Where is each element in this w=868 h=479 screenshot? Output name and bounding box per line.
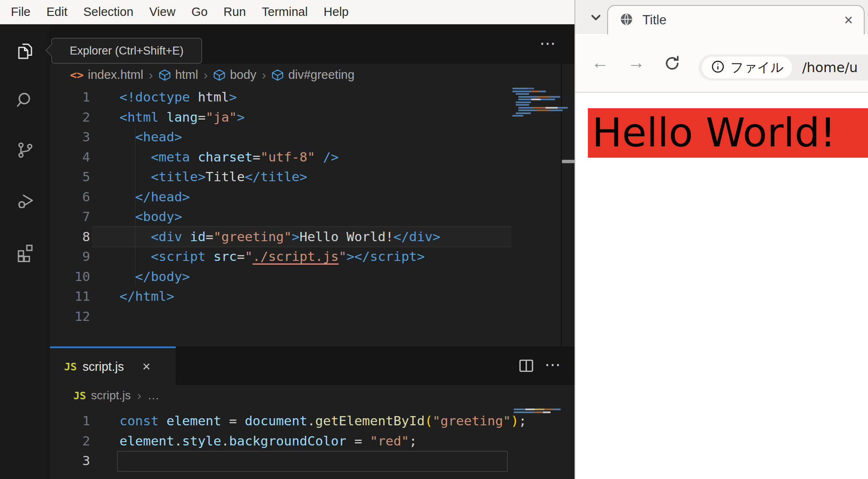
line-number: 9 [50,247,90,267]
close-icon[interactable]: × [844,13,853,28]
code-line: 6 </head> [50,187,574,207]
code-line: 2<html lang="ja"> [50,107,574,128]
code-line: 3 [50,451,574,471]
activity-bar [0,24,50,479]
line-number: 12 [50,307,90,327]
line-number: 7 [50,207,90,227]
code-line: 2element.style.backgroundColor = "red"; [50,431,574,451]
address-bar[interactable]: ファイル /home/u [699,55,868,81]
code-line: 5 <title>Title</title> [50,167,574,187]
back-icon[interactable]: ← [591,54,609,71]
menu-edit[interactable]: Edit [47,5,68,19]
browser-tab[interactable]: Title × [607,5,865,34]
html-file-icon: <> [70,68,84,81]
menu-terminal[interactable]: Terminal [262,5,308,19]
browser-tab-title: Title [642,13,666,28]
breadcrumb-div-greeting[interactable]: div#greeting [288,68,354,82]
url-text: /home/u [802,60,858,75]
source-control-icon[interactable] [15,140,35,160]
line-number: 4 [50,147,90,167]
breadcrumb-file[interactable]: index.html [88,68,143,82]
browser-tabstrip: Title × [575,0,868,34]
symbol-cube-icon [213,69,226,81]
line-number: 2 [50,431,90,451]
breadcrumb-body[interactable]: body [230,68,256,82]
site-info-chip[interactable]: ファイル [702,57,792,78]
chevron-right-icon: › [262,68,266,82]
close-icon[interactable]: × [142,359,150,375]
browser-window: Title × ← → ファイル [574,0,868,479]
breadcrumb: <> index.html › html › body › div#greeti… [50,64,574,86]
line-number: 8 [50,227,90,247]
line-number: 5 [50,167,90,187]
line-number: 1 [50,411,90,431]
code-editor-html[interactable]: 1<!doctype html>2<html lang="ja">3 <head… [50,86,574,348]
code-line: 1const element = document.getElementById… [50,411,574,431]
breadcrumb-more[interactable]: … [148,389,159,402]
explorer-tooltip: Explorer (Ctrl+Shift+E) [51,38,202,64]
chevron-down-icon[interactable] [587,8,605,26]
split-editor-icon[interactable] [517,357,535,375]
explorer-icon[interactable] [15,41,35,61]
code-line: 3 <head> [50,127,574,147]
menu-view[interactable]: View [149,5,175,19]
menu-bar: File Edit Selection View Go Run Terminal… [0,0,574,24]
minimap[interactable] [514,409,562,414]
editor-more-actions-icon[interactable]: ⋯ [545,357,563,372]
menu-selection[interactable]: Selection [83,5,133,19]
forward-icon[interactable]: → [627,54,645,71]
symbol-cube-icon [159,69,171,81]
tab-label: script.js [83,360,124,374]
info-icon [710,59,725,76]
chevron-right-icon: › [203,68,208,82]
code-line: 7 <body> [50,207,574,227]
menu-run[interactable]: Run [223,5,246,19]
editor-more-actions-icon[interactable]: ⋯ [540,35,558,51]
reload-icon[interactable] [663,55,681,72]
browser-toolbar: ← → ファイル /home/u [575,34,868,93]
breadcrumb-html[interactable]: html [175,68,198,82]
breadcrumb: JS script.js › … [50,385,574,406]
site-info-label: ファイル [730,59,784,76]
js-file-icon: JS [73,390,86,402]
code-line: 10 </body> [50,267,574,287]
code-line: 8 <div id="greeting">Hello World!</div> [50,227,574,247]
code-line: 12 [50,307,574,327]
tooltip-text: Explorer (Ctrl+Shift+E) [70,44,184,57]
symbol-cube-icon [271,69,284,81]
menu-go[interactable]: Go [191,5,208,19]
search-icon[interactable] [15,91,35,111]
minimap[interactable] [512,88,563,118]
breadcrumb-file[interactable]: script.js [91,389,131,402]
browser-page-content: Hello World! [575,93,868,479]
line-number: 6 [50,187,90,207]
chevron-right-icon: › [149,68,153,82]
menu-help[interactable]: Help [324,5,349,19]
globe-favicon-icon [619,12,634,29]
extensions-icon[interactable] [15,242,35,262]
js-file-icon: JS [64,361,77,373]
screenshot-root: File Edit Selection View Go Run Terminal… [0,0,868,479]
code-line: 1<!doctype html> [50,87,574,107]
editor-tabstrip-js: JS script.js × ⋯ [50,346,574,385]
greeting-div: Hello World! [588,108,868,158]
menu-file[interactable]: File [11,5,31,19]
tab-scriptjs[interactable]: JS script.js × [50,346,176,385]
chevron-right-icon: › [137,388,141,403]
line-number: 3 [50,451,90,471]
line-number: 3 [50,127,90,147]
run-and-debug-icon[interactable] [15,191,35,211]
code-line: 11</html> [50,286,574,307]
line-number: 11 [50,286,90,307]
code-line: 9 <script src="./script.js"></script> [50,247,574,267]
line-number: 10 [50,267,90,287]
code-editor-js[interactable]: 1const element = document.getElementById… [50,406,574,479]
code-line: 4 <meta charset="utf-8" /> [50,147,574,167]
line-number: 2 [50,107,90,128]
line-number: 1 [50,87,90,107]
